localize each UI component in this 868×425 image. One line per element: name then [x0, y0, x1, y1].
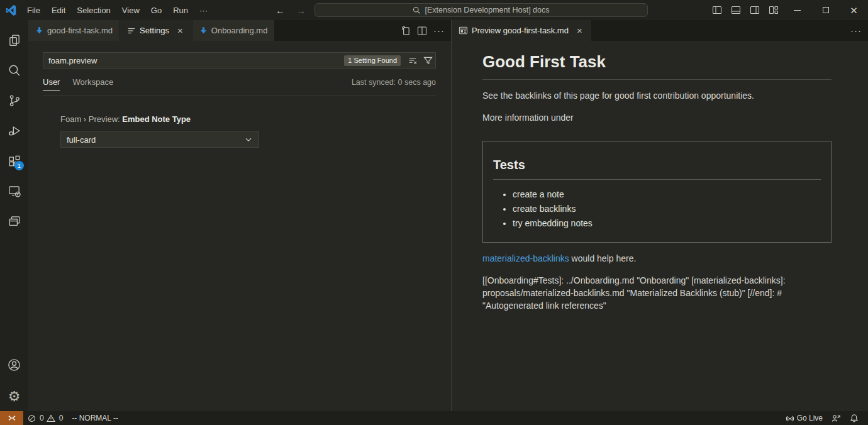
tab-settings[interactable]: Settings × [120, 20, 192, 41]
go-live-label: Go Live [797, 414, 823, 422]
clear-settings-search-icon[interactable] [405, 56, 420, 65]
broadcast-icon [786, 414, 794, 422]
editor-more-actions-icon[interactable]: ··· [850, 25, 862, 36]
go-live-button[interactable]: Go Live [781, 411, 827, 425]
problems-indicator[interactable]: 0 0 [23, 411, 67, 425]
setting-category: Foam › Preview: [60, 114, 122, 124]
extensions-icon[interactable]: 1 [0, 146, 28, 176]
settings-scope-tabs: User Workspace Last synced: 0 secs ago [43, 77, 436, 96]
tab-close-icon[interactable]: × [175, 25, 185, 36]
manage-gear-icon[interactable]: ⚙ [0, 381, 28, 411]
tab-label: Onboarding.md [211, 26, 268, 35]
right-tab-strip: Preview good-first-task.md × ··· [452, 20, 868, 41]
window-maximize-button[interactable] [811, 0, 840, 20]
search-icon [413, 6, 421, 14]
command-center-search[interactable]: [Extension Development Host] docs [314, 3, 648, 17]
list-item: try embedding notes [513, 218, 821, 228]
nav-back-button[interactable]: ← [273, 5, 287, 16]
remote-explorer-icon[interactable] [0, 176, 28, 206]
settings-editor-icon [127, 26, 136, 35]
settings-editor-pane: good-first-task.md Settings × Onboarding… [28, 20, 451, 411]
editor-windows-icon[interactable] [0, 206, 28, 236]
warning-icon [47, 414, 55, 422]
setting-name: Embed Note Type [122, 114, 191, 124]
menu-view[interactable]: View [116, 3, 145, 18]
nav-forward-button[interactable]: → [294, 5, 308, 16]
search-sidebar-icon[interactable] [0, 55, 28, 86]
source-control-icon[interactable] [0, 86, 28, 116]
settings-search-box: 1 Setting Found [43, 52, 436, 69]
page-title: Good First Task [482, 52, 832, 80]
settings-search-input[interactable] [43, 56, 344, 65]
toggle-secondary-sidebar-icon[interactable] [745, 0, 764, 20]
materialized-backlinks-link[interactable]: materialized-backlinks [482, 253, 569, 263]
menu-edit[interactable]: Edit [46, 3, 71, 18]
link-references-text: [[Onboarding#Tests]: ../Onboarding.md "O… [482, 274, 832, 312]
activity-bar: 1 ⚙ [0, 20, 28, 411]
tab-preview-good-first-task[interactable]: Preview good-first-task.md × [452, 20, 592, 41]
tab-close-icon[interactable]: × [575, 25, 584, 36]
customize-layout-icon[interactable] [764, 0, 783, 20]
menu-file[interactable]: File [21, 3, 46, 18]
vscode-logo-icon [6, 5, 16, 16]
tab-label: Settings [140, 26, 169, 35]
remote-indicator[interactable] [0, 411, 23, 425]
markdown-preview-icon [459, 26, 468, 35]
chevron-down-icon [244, 135, 253, 144]
markdown-preview-content: Good First Task See the backlinks of thi… [452, 41, 868, 322]
live-share-button[interactable] [827, 411, 845, 425]
filter-settings-icon[interactable] [420, 56, 435, 65]
open-settings-json-icon[interactable] [400, 25, 411, 36]
error-count: 0 [40, 414, 44, 422]
link-tail-text: would help here. [569, 253, 637, 263]
titlebar: File Edit Selection View Go Run ··· ← → … [0, 0, 868, 20]
select-value: full-card [67, 135, 96, 145]
menu-selection[interactable]: Selection [71, 3, 116, 18]
command-center-label: [Extension Development Host] docs [425, 6, 549, 14]
error-icon [28, 414, 36, 422]
preview-paragraph: See the backlinks of this page for good … [482, 89, 832, 102]
live-share-icon [832, 414, 841, 422]
run-and-debug-icon[interactable] [0, 116, 28, 146]
vim-mode-indicator[interactable]: -- NORMAL -- [67, 411, 123, 425]
tab-label: Preview good-first-task.md [472, 26, 569, 35]
embed-note-type-select[interactable]: full-card [60, 131, 259, 148]
toggle-panel-icon[interactable] [726, 0, 745, 20]
markdown-file-icon [35, 26, 43, 35]
warning-count: 0 [59, 414, 64, 422]
editor-more-actions-icon[interactable]: ··· [433, 25, 445, 36]
extensions-badge: 1 [14, 161, 24, 170]
markdown-preview-pane: Preview good-first-task.md × ··· Good Fi… [452, 20, 868, 411]
setting-item-embed-note-type: Foam › Preview: Embed Note Type full-car… [60, 114, 436, 148]
window-minimize-button[interactable] [783, 0, 811, 20]
status-bar: 0 0 -- NORMAL -- Go Live [0, 411, 868, 425]
card-heading: Tests [493, 158, 821, 180]
embedded-note-card: Tests create a note create backlinks try… [482, 141, 832, 243]
toggle-primary-sidebar-icon[interactable] [708, 0, 726, 20]
markdown-file-icon [199, 26, 208, 35]
settings-result-count-badge: 1 Setting Found [344, 55, 401, 66]
backlink-sentence: materialized-backlinks would help here. [482, 252, 832, 265]
scope-tab-user[interactable]: User [43, 77, 60, 91]
tab-good-first-task[interactable]: good-first-task.md [28, 20, 120, 41]
menu-bar: File Edit Selection View Go Run ··· [21, 3, 213, 18]
split-editor-icon[interactable] [417, 26, 427, 36]
tab-onboarding[interactable]: Onboarding.md [192, 20, 275, 41]
list-item: create backlinks [513, 204, 821, 214]
bell-icon [850, 414, 859, 422]
list-item: create a note [513, 189, 821, 199]
tab-label: good-first-task.md [47, 26, 113, 35]
notifications-bell-button[interactable] [845, 411, 863, 425]
explorer-icon[interactable] [0, 25, 28, 55]
titlebar-controls: ✕ [708, 0, 868, 20]
scope-tab-workspace[interactable]: Workspace [72, 77, 113, 90]
last-synced-label: Last synced: 0 secs ago [352, 78, 436, 87]
menu-run[interactable]: Run [167, 3, 194, 18]
preview-paragraph: More information under [482, 111, 832, 124]
setting-title: Foam › Preview: Embed Note Type [60, 114, 436, 124]
window-close-button[interactable]: ✕ [840, 0, 868, 20]
left-tab-strip: good-first-task.md Settings × Onboarding… [28, 20, 451, 41]
menu-go[interactable]: Go [145, 3, 167, 18]
menu-overflow[interactable]: ··· [194, 3, 213, 18]
accounts-icon[interactable] [0, 350, 28, 380]
